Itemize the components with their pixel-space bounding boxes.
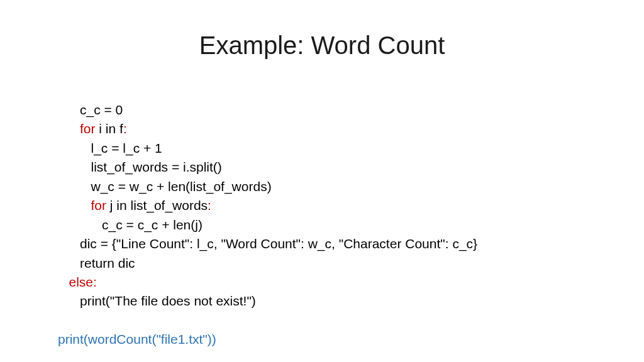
function-call: print(wordCount("file1.txt")) bbox=[58, 332, 216, 346]
code-block: c_c = 0 for i in f: l_c = l_c + 1 list_o… bbox=[58, 101, 477, 349]
code-line: return dic bbox=[58, 256, 135, 270]
keyword-colon: : bbox=[208, 198, 211, 212]
code-line: dic = {"Line Count": l_c, "Word Count": … bbox=[58, 236, 477, 251]
keyword-else: else bbox=[58, 275, 93, 289]
code-line: c_c = 0 bbox=[58, 102, 123, 117]
code-line: list_of_words = i.split() bbox=[58, 160, 222, 174]
keyword-for: for bbox=[58, 198, 106, 212]
code-line: c_c = c_c + len(j) bbox=[58, 217, 203, 232]
code-text: i in f bbox=[96, 121, 123, 136]
slide: Example: Word Count c_c = 0 for i in f: … bbox=[0, 0, 644, 362]
code-line: l_c = l_c + 1 bbox=[58, 141, 162, 155]
keyword-colon: : bbox=[123, 121, 127, 136]
slide-title: Example: Word Count bbox=[0, 31, 644, 60]
keyword-for: for bbox=[58, 121, 96, 136]
code-line: w_c = w_c + len(list_of_words) bbox=[58, 179, 272, 194]
code-line: print("The file does not exist!") bbox=[58, 293, 256, 308]
keyword-colon: : bbox=[93, 275, 97, 289]
code-text: j in list_of_words bbox=[106, 198, 208, 212]
